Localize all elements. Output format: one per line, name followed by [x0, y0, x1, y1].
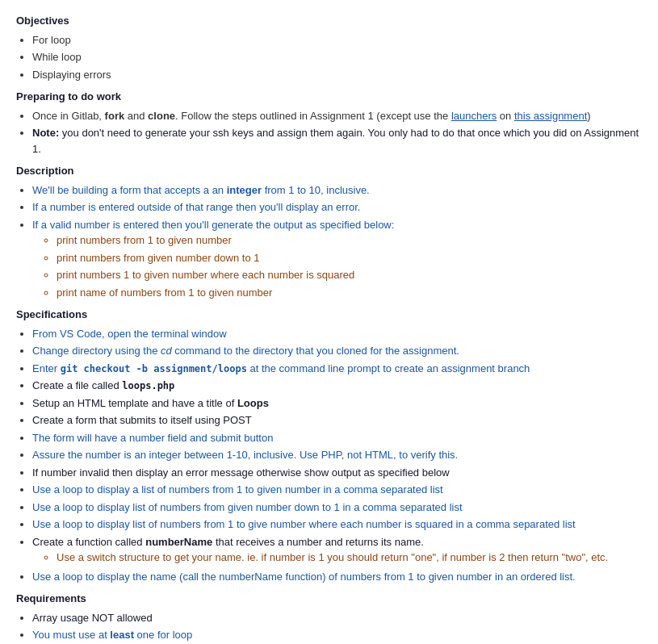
list-item: Create a function called numberName that… — [32, 534, 642, 566]
preparing-section: Preparing to do work Once in Gitlab, for… — [16, 89, 642, 157]
objectives-list: For loop While loop Displaying errors — [32, 32, 642, 83]
list-item: Once in Gitlab, fork and clone. Follow t… — [32, 108, 642, 124]
list-item: While loop — [32, 49, 642, 65]
list-item: If a valid number is entered then you'll… — [32, 217, 642, 301]
description-sub-list: print numbers from 1 to given number pri… — [57, 232, 642, 300]
list-item: From VS Code, open the terminal window — [32, 326, 642, 342]
list-item: Create a file called loops.php — [32, 378, 642, 394]
preparing-note: Note: you don't need to generate your ss… — [32, 127, 639, 155]
list-item: You must use at least one for loop — [32, 627, 642, 643]
list-item: If a number is entered outside of that r… — [32, 199, 642, 215]
list-item: If number invalid then display an error … — [32, 465, 642, 481]
list-item: print numbers 1 to given number where ea… — [57, 267, 642, 283]
requirements-heading: Requirements — [16, 591, 642, 607]
list-item: For loop — [32, 32, 642, 48]
description-heading: Description — [16, 163, 642, 179]
list-item: Use a loop to display list of numbers fr… — [32, 500, 642, 516]
list-item: We'll be building a form that accepts a … — [32, 182, 642, 199]
objectives-heading: Objectives — [16, 13, 642, 29]
requirements-list: Array usage NOT allowed You must use at … — [32, 610, 642, 645]
list-item: Note: you don't need to generate your ss… — [32, 125, 642, 157]
list-item: Use a loop to display a list of numbers … — [32, 482, 642, 498]
description-list: We'll be building a form that accepts a … — [32, 182, 642, 301]
list-item: Change directory using the cd command to… — [32, 343, 642, 359]
list-item: Use a loop to display the name (call the… — [32, 569, 642, 585]
preparing-intro: Once in Gitlab, fork and clone. Follow t… — [32, 110, 591, 122]
preparing-heading: Preparing to do work — [16, 89, 642, 105]
list-item: Displaying errors — [32, 67, 642, 83]
specifications-heading: Specifications — [16, 307, 642, 323]
specifications-list: From VS Code, open the terminal window C… — [32, 326, 642, 585]
list-item: Setup an HTML template and have a title … — [32, 395, 642, 412]
list-item: Use a loop to display list of numbers fr… — [32, 516, 642, 533]
objectives-section: Objectives For loop While loop Displayin… — [16, 13, 642, 82]
list-item: The form will have a number field and su… — [32, 430, 642, 446]
list-item: print name of numbers from 1 to given nu… — [57, 285, 642, 301]
list-item: Assure the number is an integer between … — [32, 447, 642, 463]
list-item: Use a switch structure to get your name.… — [57, 550, 642, 566]
list-item: Enter git checkout -b assignment/loops a… — [32, 361, 642, 377]
list-item: Array usage NOT allowed — [32, 610, 642, 626]
requirements-section: Requirements Array usage NOT allowed You… — [16, 591, 642, 644]
description-section: Description We'll be building a form tha… — [16, 163, 642, 300]
list-item: print numbers from given number down to … — [57, 250, 642, 266]
preparing-list: Once in Gitlab, fork and clone. Follow t… — [32, 108, 642, 157]
specifications-sub-list: Use a switch structure to get your name.… — [57, 550, 642, 566]
list-item: print numbers from 1 to given number — [57, 232, 642, 249]
specifications-section: Specifications From VS Code, open the te… — [16, 307, 642, 584]
list-item: Create a form that submits to itself usi… — [32, 412, 642, 429]
